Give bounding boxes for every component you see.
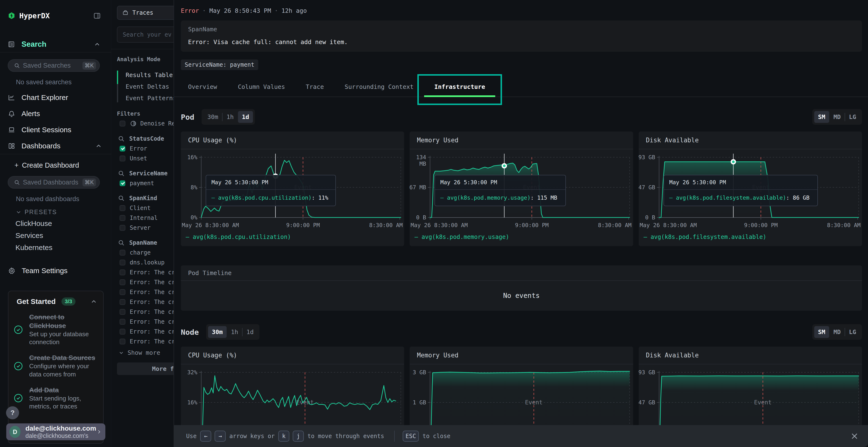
- svg-text:0 B: 0 B: [645, 214, 655, 220]
- svg-text:MB: MB: [420, 161, 426, 167]
- size-sm[interactable]: SM: [814, 326, 829, 338]
- tab-overview[interactable]: Overview: [181, 79, 224, 97]
- check-circle-icon: [13, 393, 23, 403]
- size-lg[interactable]: LG: [845, 326, 860, 338]
- preset-kubernetes[interactable]: Kubernetes: [0, 240, 111, 252]
- checkbox[interactable]: [120, 250, 125, 255]
- chart-legend-pod-cpu: — avg(k8s.pod.cpu.utilization): [186, 234, 291, 240]
- sidebar-item-client-sessions[interactable]: Client Sessions: [0, 122, 111, 138]
- checkbox[interactable]: [120, 279, 125, 285]
- filter-option-payment[interactable]: payment: [120, 180, 174, 187]
- checkbox[interactable]: [120, 156, 125, 161]
- tab-surrounding-context[interactable]: Surrounding Context: [337, 79, 421, 97]
- checkbox[interactable]: [120, 309, 125, 315]
- filter-option-error-the-cr[interactable]: Error: The cr: [120, 318, 174, 325]
- check-circle-icon: [13, 361, 23, 371]
- node-section-title: Node: [181, 328, 199, 337]
- source-select[interactable]: Traces: [117, 6, 174, 20]
- checkbox[interactable]: [120, 180, 125, 186]
- tab-trace[interactable]: Trace: [299, 79, 331, 97]
- filter-option-error-the-cr[interactable]: Error: The cr: [120, 269, 174, 276]
- size-md[interactable]: MD: [830, 111, 845, 123]
- saved-searches-kbd: ⌘K: [83, 62, 96, 70]
- svg-text:8:30:00 AM: 8:30:00 AM: [369, 222, 403, 228]
- filter-option-server[interactable]: Server: [120, 225, 174, 231]
- range-30m[interactable]: 30m: [204, 111, 222, 123]
- saved-searches-input[interactable]: Saved Searches ⌘K: [8, 59, 100, 72]
- filter-option-dns-lookup[interactable]: dns.lookup: [120, 259, 174, 266]
- filter-option-charge[interactable]: charge: [120, 249, 174, 256]
- sidebar-item-chart-explorer[interactable]: Chart Explorer: [0, 89, 111, 105]
- denoise-checkbox[interactable]: [120, 121, 125, 127]
- checkbox[interactable]: [120, 319, 125, 325]
- analysis-mode-results-table[interactable]: Results Table: [117, 69, 174, 81]
- filter-option-error-the-cr[interactable]: Error: The cr: [120, 338, 174, 345]
- no-saved-dashboards-text: No saved dashboards: [0, 188, 111, 203]
- analysis-mode-event-deltas[interactable]: Event Deltas: [117, 81, 174, 92]
- sidebar-section-search[interactable]: Search: [0, 31, 111, 52]
- svg-text:3 GB: 3 GB: [413, 369, 426, 375]
- chevron-up-icon[interactable]: [90, 298, 97, 305]
- chart-tooltip-pod-memory: May 26 5:30:00 PM— avg(k8s.pod.memory.us…: [434, 175, 566, 206]
- size-lg[interactable]: LG: [845, 111, 860, 123]
- denoise-checkbox-row[interactable]: Denoise Re: [120, 120, 174, 127]
- range-1d[interactable]: 1d: [238, 111, 253, 123]
- tooltip-time: May 26 5:30:00 PM: [664, 175, 817, 190]
- get-started-item[interactable]: Connect to ClickHouseSet up your databas…: [13, 313, 97, 346]
- range-1d[interactable]: 1d: [243, 326, 257, 338]
- tab-infrastructure[interactable]: Infrastructure: [427, 79, 492, 97]
- filter-option-client[interactable]: Client: [120, 205, 174, 211]
- sidebar-item-alerts[interactable]: Alerts: [0, 105, 111, 122]
- checkbox[interactable]: [120, 215, 125, 221]
- svg-text:May 26 8:30:00 AM: May 26 8:30:00 AM: [411, 222, 468, 228]
- chevron-down-icon: [16, 209, 22, 215]
- filter-option-error-the-cr[interactable]: Error: The cr: [120, 279, 174, 286]
- help-button[interactable]: ?: [6, 406, 19, 419]
- size-sm[interactable]: SM: [814, 111, 829, 123]
- filter-option-error-the-cr[interactable]: Error: The cr: [120, 328, 174, 335]
- filter-option-error-the-cr[interactable]: Error: The cr: [120, 289, 174, 296]
- checkbox[interactable]: [120, 299, 125, 305]
- filter-option-error[interactable]: Error: [120, 145, 174, 152]
- gear-icon: [8, 267, 16, 275]
- collapse-sidebar-icon[interactable]: [93, 12, 101, 20]
- tooltip-time: May 26 5:30:00 PM: [206, 175, 335, 190]
- close-icon[interactable]: [850, 431, 859, 441]
- range-1h[interactable]: 1h: [227, 326, 242, 338]
- size-md[interactable]: MD: [830, 326, 845, 338]
- sidebar-item-team-settings[interactable]: Team Settings: [0, 263, 111, 279]
- checkbox[interactable]: [120, 225, 125, 231]
- service-name-chip[interactable]: ServiceName: payment: [181, 60, 258, 70]
- dashboard-icon: [8, 142, 15, 149]
- range-30m[interactable]: 30m: [208, 326, 227, 338]
- search-icon: [118, 195, 125, 202]
- preset-services[interactable]: Services: [0, 228, 111, 240]
- get-started-item[interactable]: Add DataStart sending logs, metrics, or …: [13, 386, 97, 411]
- filter-option-error-the-cr[interactable]: Error: The cr: [120, 299, 174, 305]
- saved-dashboards-input[interactable]: Saved Dashboards ⌘K: [8, 176, 100, 188]
- filter-option-internal[interactable]: Internal: [120, 215, 174, 221]
- range-1h[interactable]: 1h: [222, 111, 238, 123]
- sidebar-item-dashboards[interactable]: Dashboards: [0, 138, 111, 154]
- chart-title-node-memory: Memory Used: [417, 352, 458, 359]
- presets-toggle[interactable]: PRESETS: [0, 203, 111, 215]
- show-more-button[interactable]: Show more: [118, 349, 174, 356]
- more-filters-button[interactable]: More fil: [117, 363, 174, 375]
- checkbox[interactable]: [120, 329, 125, 335]
- user-profile-button[interactable]: D dale@clickhouse.com dale@clickhouse.co…: [6, 423, 105, 440]
- tab-column-values[interactable]: Column Values: [230, 79, 292, 97]
- checkbox[interactable]: [120, 270, 125, 275]
- analysis-mode-event-patterns[interactable]: Event Patterns: [117, 92, 174, 104]
- filter-option-error-the-cr[interactable]: Error: The cr: [120, 309, 174, 315]
- checkbox[interactable]: [120, 205, 125, 211]
- filter-group-servicename: ServiceName: [118, 170, 174, 177]
- checkbox[interactable]: [120, 146, 125, 151]
- get-started-item[interactable]: Create Data SourcesConfigure where your …: [13, 353, 97, 378]
- checkbox[interactable]: [120, 289, 125, 295]
- create-dashboard-button[interactable]: +Create Dashboard: [0, 154, 111, 169]
- checkbox[interactable]: [120, 339, 125, 344]
- checkbox[interactable]: [120, 260, 125, 265]
- event-search-input[interactable]: Search your ev: [117, 27, 174, 43]
- preset-clickhouse[interactable]: ClickHouse: [0, 215, 111, 228]
- filter-option-unset[interactable]: Unset: [120, 155, 174, 162]
